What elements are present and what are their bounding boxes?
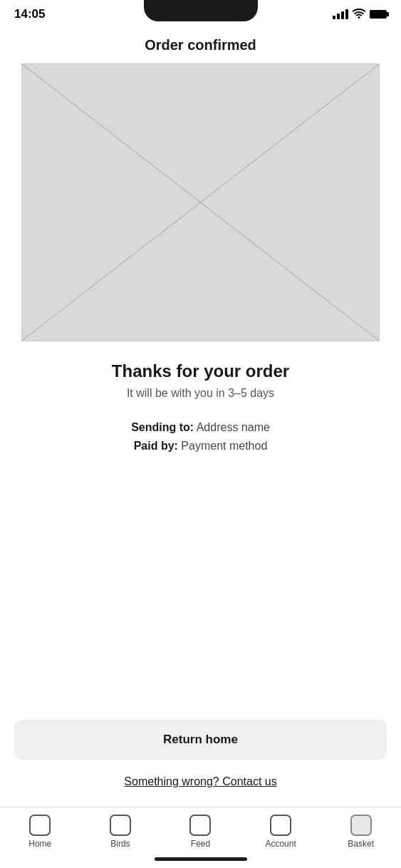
home-icon <box>29 815 51 836</box>
account-icon <box>270 815 291 836</box>
nav-item-account[interactable]: Account <box>241 815 321 849</box>
battery-icon <box>370 10 387 19</box>
sending-value: Address name <box>197 421 270 433</box>
signal-icon <box>333 9 348 19</box>
paid-value: Payment method <box>181 440 267 452</box>
status-icons <box>333 9 387 21</box>
main-content: Thanks for your order It will be with yo… <box>0 341 401 720</box>
thanks-heading: Thanks for your order <box>112 361 289 381</box>
order-image <box>21 63 380 341</box>
return-home-button[interactable]: Return home <box>14 720 387 760</box>
sending-to-row: Sending to: Address name <box>131 421 270 434</box>
nav-label-home: Home <box>28 839 51 849</box>
delivery-text: It will be with you in 3–5 days <box>127 387 274 400</box>
buttons-area: Return home Something wrong? Contact us <box>0 720 401 807</box>
svg-line-1 <box>22 64 379 341</box>
nav-item-feed[interactable]: Feed <box>160 815 241 849</box>
paid-label: Paid by: <box>134 440 178 452</box>
svg-line-0 <box>22 64 379 341</box>
nav-label-account: Account <box>265 839 296 849</box>
nav-label-birds: Birds <box>110 839 130 849</box>
paid-by-row: Paid by: Payment method <box>131 440 270 453</box>
home-indicator <box>0 852 401 868</box>
nav-item-home[interactable]: Home <box>0 815 80 849</box>
page-title: Order confirmed <box>0 26 401 63</box>
wifi-icon <box>353 9 365 21</box>
bottom-nav: Home Birds Feed Account Basket <box>0 807 401 852</box>
nav-label-basket: Basket <box>348 839 374 849</box>
status-time: 14:05 <box>14 7 45 21</box>
nav-label-feed: Feed <box>191 839 210 849</box>
contact-us-button[interactable]: Something wrong? Contact us <box>14 771 387 792</box>
birds-icon <box>110 815 131 836</box>
basket-icon <box>350 815 372 836</box>
nav-item-basket[interactable]: Basket <box>321 815 401 849</box>
notch <box>144 0 258 21</box>
sending-label: Sending to: <box>131 421 194 433</box>
home-indicator-bar <box>155 857 247 861</box>
order-details: Sending to: Address name Paid by: Paymen… <box>131 421 270 458</box>
feed-icon <box>189 815 211 836</box>
nav-item-birds[interactable]: Birds <box>80 815 161 849</box>
